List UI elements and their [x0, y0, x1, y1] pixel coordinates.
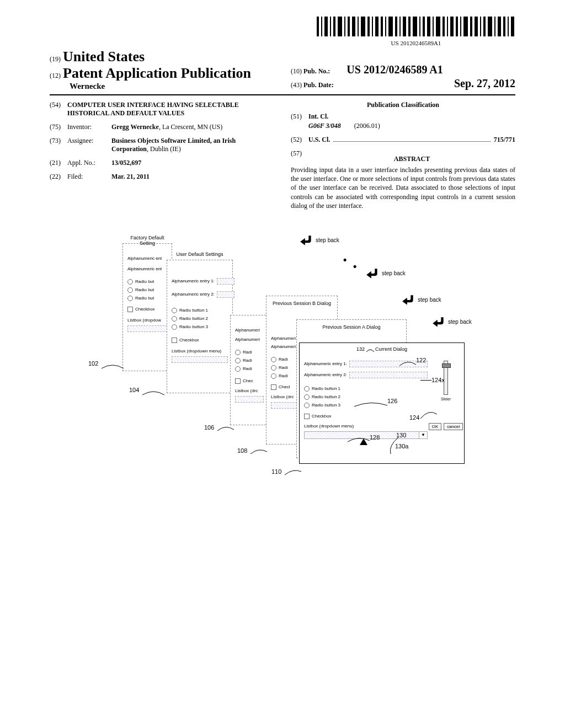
checkbox-icon[interactable] [172, 338, 177, 343]
text-input[interactable] [217, 278, 234, 285]
header-row: (19) United States (12) Patent Applicati… [50, 49, 515, 91]
alpha-label: Alphanumeric ent [127, 256, 162, 261]
abstract-text: Providing input data in a user interface… [291, 165, 515, 210]
checkbox-icon[interactable] [127, 307, 133, 312]
alpha2-label: Alphanumeric entry 2: [304, 372, 347, 377]
code-43: (43) [291, 81, 302, 89]
dialog-title-user: User Default Settings [167, 251, 232, 257]
alpha-label: Alphanumeri [271, 344, 296, 349]
svg-rect-23 [419, 17, 420, 36]
radio-icon[interactable] [271, 357, 276, 362]
svg-rect-31 [456, 17, 458, 36]
svg-rect-25 [427, 17, 430, 36]
checkbox-label: Checkbox [135, 307, 155, 312]
radio1-label: Radio button 1 [312, 386, 340, 391]
radio3-input[interactable] [304, 403, 310, 408]
ok-button[interactable]: OK [429, 423, 442, 430]
radio-icon[interactable] [235, 366, 241, 372]
dialog-title-factory: Factory Default Setting [123, 235, 172, 246]
divider [50, 94, 515, 95]
pub-no-label: Pub. No.: [303, 67, 330, 76]
ref-122: 122 [416, 357, 426, 363]
radio1-input[interactable] [304, 386, 310, 392]
radio-label: Radio button 2 [179, 316, 208, 321]
pub-date-value: Sep. 27, 2012 [454, 77, 515, 90]
dialog-title-current: 132 Current Dialog [300, 346, 464, 352]
alpha-label: Alphanumeric entry 1: [172, 279, 215, 283]
svg-rect-30 [450, 17, 454, 36]
inventor-location: , La Crescent, MN (US) [159, 123, 222, 131]
radio-icon[interactable] [172, 316, 177, 322]
step-back-2: step back [365, 266, 406, 281]
radio-label: Radio but [135, 296, 154, 301]
checkbox-icon[interactable] [235, 378, 241, 384]
radio-icon[interactable] [127, 296, 133, 301]
radio-icon[interactable] [271, 373, 276, 379]
author-name: Wernecke [50, 82, 274, 91]
radio-label: Radio but [135, 287, 154, 292]
step-back-4: step back [431, 315, 472, 329]
step-back-1: step back [299, 233, 339, 248]
radio-label: Radio but [135, 279, 154, 284]
radio-label: Radio button 3 [179, 324, 208, 329]
us-cl-label: U.S. Cl. [308, 136, 330, 143]
publication-type: Patent Application Publication [63, 65, 251, 81]
code-22: (22) [50, 173, 67, 181]
alpha-label: Alphanumeric entry 2: [172, 292, 215, 297]
checkbox-icon[interactable] [271, 384, 276, 390]
radio2-label: Radio button 2 [312, 394, 340, 399]
dialog-title-prev-b: Previous Session B Dialog [266, 301, 337, 306]
text-input[interactable] [217, 291, 234, 298]
svg-rect-7 [344, 17, 345, 36]
code-12: (12) [50, 72, 61, 79]
code-75: (75) [50, 123, 67, 131]
radio-icon[interactable] [127, 279, 133, 285]
radio-icon[interactable] [235, 358, 241, 363]
radio-icon[interactable] [172, 324, 177, 330]
svg-rect-21 [408, 17, 411, 36]
barcode-block: US 20120246589A1 [50, 17, 515, 47]
listbox-field[interactable] [127, 325, 167, 332]
appl-no-value: 13/052,697 [111, 159, 141, 167]
listbox-field[interactable] [235, 396, 264, 403]
session-dialog-106: Alphanumeri Alphanumeri Radi Radi Radi C… [230, 315, 269, 425]
code-51: (51) [291, 113, 308, 121]
figure-diagram: step back step back step back step back … [78, 227, 487, 480]
ellipsis-dots: • [353, 261, 356, 272]
cancel-button[interactable]: cancel [444, 423, 463, 430]
svg-rect-33 [463, 17, 468, 36]
checkbox-input[interactable] [304, 414, 310, 419]
leader-line-icon [217, 424, 234, 432]
radio-icon[interactable] [235, 350, 241, 355]
ref-132: 132 [356, 346, 365, 352]
radio-icon[interactable] [271, 365, 276, 371]
code-10: (10) [291, 67, 302, 76]
chevron-down-icon[interactable]: ▼ [419, 432, 427, 438]
svg-rect-13 [372, 17, 373, 36]
svg-rect-40 [498, 17, 501, 36]
listbox-label: Listbox (drc [235, 388, 258, 393]
country-name: United States [63, 49, 145, 65]
svg-rect-17 [388, 17, 393, 36]
listbox-field[interactable] [172, 356, 228, 363]
svg-rect-3 [324, 17, 328, 36]
arrow-back-icon [299, 233, 313, 248]
svg-rect-41 [503, 17, 505, 36]
radio-icon[interactable] [172, 308, 177, 313]
svg-rect-8 [348, 17, 350, 36]
radio2-input[interactable] [304, 394, 310, 400]
svg-rect-19 [399, 17, 401, 36]
svg-rect-18 [395, 17, 397, 36]
svg-rect-26 [433, 17, 434, 36]
alpha2-input[interactable] [349, 372, 428, 378]
dotted-leader [333, 136, 490, 142]
ref-130a: 130a [395, 443, 408, 449]
factory-default-dialog: Factory Default Setting Alphanumeric ent… [122, 243, 172, 371]
listbox-label: Listbox (drc [271, 394, 294, 399]
svg-rect-42 [508, 17, 509, 36]
radio-icon[interactable] [127, 287, 133, 293]
arrow-back-icon [365, 266, 380, 281]
radio-label: Radi [243, 358, 252, 363]
slider-thumb[interactable] [442, 363, 451, 368]
checkbox-label: Chec [243, 378, 253, 383]
